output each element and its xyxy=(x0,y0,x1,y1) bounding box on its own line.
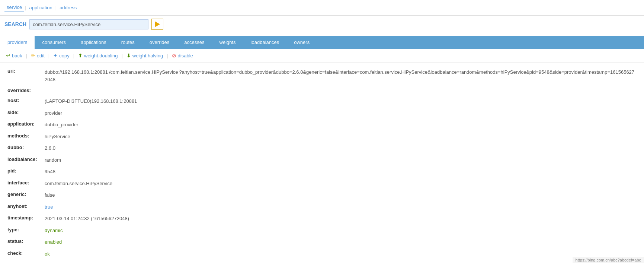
search-input[interactable] xyxy=(29,19,148,29)
detail-row: dubbo:2.6.0 xyxy=(7,145,637,152)
search-label[interactable]: SEARCH xyxy=(4,21,26,27)
search-button[interactable] xyxy=(151,19,163,30)
url-label: url: xyxy=(7,69,45,74)
weight-doubling-button[interactable]: ⬆ weight.doubling xyxy=(78,53,118,58)
top-nav: service | application | address xyxy=(0,0,644,16)
field-value: 2.6.0 xyxy=(45,145,637,152)
detail-row: timestamp:2021-03-14 01:24:32 (161565627… xyxy=(7,215,637,222)
tab-providers[interactable]: providers xyxy=(0,36,35,49)
tab-accesses[interactable]: accesses xyxy=(177,36,212,49)
field-value: ok xyxy=(45,250,637,258)
sep-3: | xyxy=(72,53,76,58)
search-bar: SEARCH xyxy=(0,16,644,33)
detail-section: url: dubbo://192.168.168.1:20881/com.fei… xyxy=(0,63,644,263)
sep-1: | xyxy=(24,53,28,58)
detail-row: methods:hiPyService xyxy=(7,133,637,140)
back-button[interactable]: ↩ back xyxy=(6,53,22,58)
detail-row: application:dubbo_provider xyxy=(7,121,637,129)
action-bar: ↩ back | ✏ edit | ✦ copy | ⬆ weight.doub… xyxy=(0,49,644,63)
field-value: dubbo_provider xyxy=(45,121,637,129)
field-label: methods: xyxy=(7,133,45,139)
field-value: true xyxy=(45,203,637,211)
field-label: application: xyxy=(7,121,45,127)
field-label: type: xyxy=(7,227,45,232)
edit-label: edit xyxy=(37,53,45,58)
tab-weights[interactable]: weights xyxy=(212,36,243,49)
detail-row: status:enabled xyxy=(7,238,637,246)
url-highlighted: /com.feitian.service.HiPyService xyxy=(108,69,179,75)
sep-2: | xyxy=(47,53,51,58)
field-label: anyhost: xyxy=(7,203,45,209)
url-row: url: dubbo://192.168.168.1:20881/com.fei… xyxy=(7,69,637,83)
field-label: overrides: xyxy=(7,88,45,93)
search-arrow-icon xyxy=(155,21,160,27)
detail-row: host:(LAPTOP-DI3FTUE0)192.168.168.1:2088… xyxy=(7,98,637,105)
field-label: side: xyxy=(7,110,45,115)
tab-routes[interactable]: routes xyxy=(114,36,142,49)
back-label: back xyxy=(12,53,22,58)
field-label: check: xyxy=(7,250,45,256)
nav-sep-2: | xyxy=(55,5,57,10)
sep-5: | xyxy=(165,53,169,58)
disable-icon: ⊘ xyxy=(172,53,176,58)
nav-item-application[interactable]: application xyxy=(27,3,55,12)
field-value: (LAPTOP-DI3FTUE0)192.168.168.1:20881 xyxy=(45,98,637,105)
tab-loadbalances[interactable]: loadbalances xyxy=(243,36,287,49)
field-value: dynamic xyxy=(45,227,637,234)
field-value: enabled xyxy=(45,238,637,246)
field-label: pid: xyxy=(7,168,45,174)
field-label: dubbo: xyxy=(7,145,45,150)
field-value: 2021-03-14 01:24:32 (1615656272048) xyxy=(45,215,637,222)
status-bar: https://bing.com.cn/abc?abcdef=abc xyxy=(573,257,644,263)
weight-up-icon: ⬆ xyxy=(78,53,83,58)
detail-row: overrides: xyxy=(7,88,637,93)
url-prefix: dubbo://192.168.168.1:20881 xyxy=(45,69,108,75)
url-value: dubbo://192.168.168.1:20881/com.feitian.… xyxy=(45,69,637,83)
field-value: false xyxy=(45,191,637,199)
edit-icon: ✏ xyxy=(31,53,35,58)
nav-item-address[interactable]: address xyxy=(57,3,79,12)
tab-bar: providers consumers applications routes … xyxy=(0,36,644,49)
detail-row: side:provider xyxy=(7,110,637,117)
detail-row: type:dynamic xyxy=(7,227,637,234)
field-label: loadbalance: xyxy=(7,156,45,162)
back-icon: ↩ xyxy=(6,53,10,58)
detail-row: check:ok xyxy=(7,250,637,258)
field-label: generic: xyxy=(7,191,45,197)
field-value: provider xyxy=(45,110,637,117)
detail-row: anyhost:true xyxy=(7,203,637,211)
detail-row: loadbalance:random xyxy=(7,156,637,164)
field-label: status: xyxy=(7,238,45,244)
field-value: 9548 xyxy=(45,168,637,175)
edit-button[interactable]: ✏ edit xyxy=(31,53,45,58)
nav-item-service[interactable]: service xyxy=(4,3,24,12)
disable-button[interactable]: ⊘ disable xyxy=(172,53,193,58)
nav-sep-1: | xyxy=(24,5,27,10)
copy-icon: ✦ xyxy=(53,53,58,58)
detail-row: generic:false xyxy=(7,191,637,199)
tab-applications[interactable]: applications xyxy=(73,36,114,49)
detail-row: interface:com.feitian.service.HiPyServic… xyxy=(7,180,637,187)
field-value: com.feitian.service.HiPyService xyxy=(45,180,637,187)
weight-halving-label: weight.halving xyxy=(132,53,163,58)
copy-button[interactable]: ✦ copy xyxy=(53,53,69,58)
detail-row: pid:9548 xyxy=(7,168,637,175)
tab-overrides[interactable]: overrides xyxy=(142,36,177,49)
weight-down-icon: ⬇ xyxy=(126,53,131,58)
tab-owners[interactable]: owners xyxy=(286,36,317,49)
weight-doubling-label: weight.doubling xyxy=(84,53,118,58)
field-label: interface: xyxy=(7,180,45,186)
tab-consumers[interactable]: consumers xyxy=(35,36,73,49)
copy-label: copy xyxy=(59,53,69,58)
field-value: hiPyService xyxy=(45,133,637,140)
status-url: https://bing.com.cn/abc?abcdef=abc xyxy=(576,258,641,262)
weight-halving-button[interactable]: ⬇ weight.halving xyxy=(126,53,163,58)
sep-4: | xyxy=(120,53,124,58)
field-value: random xyxy=(45,156,637,164)
field-label: timestamp: xyxy=(7,215,45,221)
field-label: host: xyxy=(7,98,45,103)
disable-label: disable xyxy=(178,53,193,58)
